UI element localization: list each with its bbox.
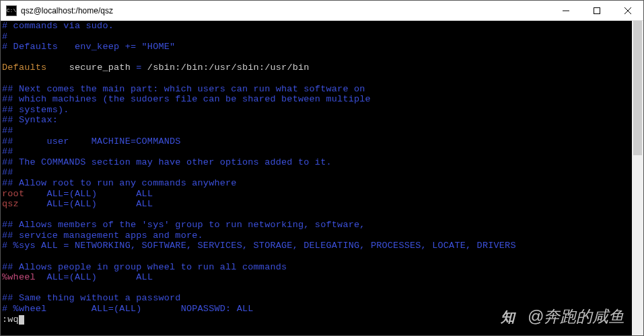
minimize-button[interactable]	[550, 1, 581, 21]
svg-rect-1	[594, 7, 600, 13]
zhihu-logo-icon: 知	[501, 306, 521, 327]
watermark: 知 @奔跑的咸鱼	[501, 306, 624, 327]
window-title: qsz@localhost:/home/qsz	[21, 6, 550, 15]
close-button[interactable]	[612, 1, 643, 21]
maximize-icon	[594, 7, 600, 14]
titlebar[interactable]: C:\ qsz@localhost:/home/qsz	[1, 1, 643, 21]
terminal-cursor	[19, 315, 24, 325]
vertical-scrollbar[interactable]	[632, 21, 643, 335]
scrollbar-thumb[interactable]	[633, 21, 642, 155]
window-controls	[550, 1, 643, 21]
minimize-icon	[563, 7, 569, 14]
close-icon	[624, 7, 631, 14]
terminal-window: C:\ qsz@localhost:/home/qsz # commands v…	[0, 0, 644, 336]
terminal-app-icon: C:\	[6, 5, 17, 16]
content-area: # commands via sudo. # # Defaults env_ke…	[1, 21, 643, 335]
maximize-button[interactable]	[581, 1, 612, 21]
svg-text:知: 知	[501, 309, 516, 325]
watermark-text: @奔跑的咸鱼	[528, 306, 624, 327]
terminal-viewport[interactable]: # commands via sudo. # # Defaults env_ke…	[1, 21, 632, 335]
